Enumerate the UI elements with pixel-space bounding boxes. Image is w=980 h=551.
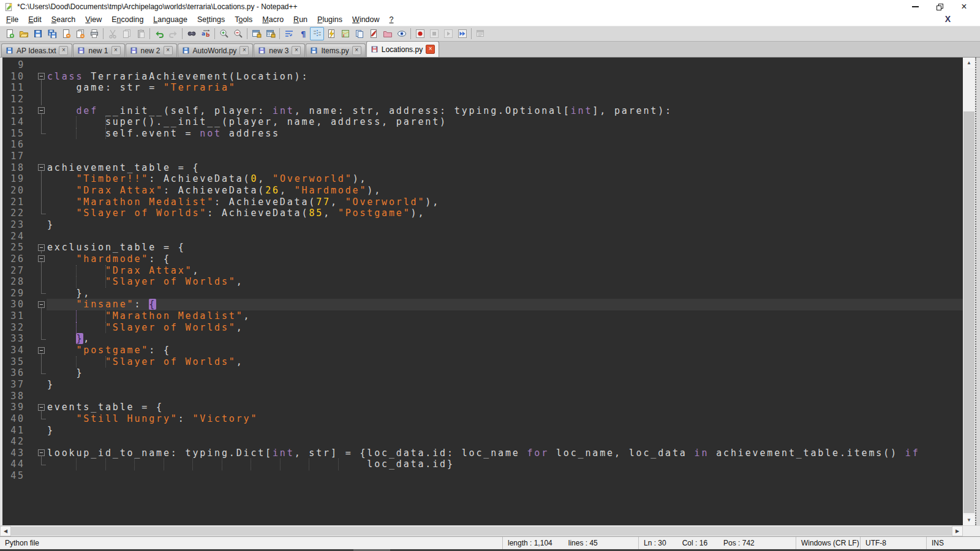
- macro-play-button[interactable]: [441, 27, 455, 40]
- tab-close-icon[interactable]: ×: [426, 45, 435, 54]
- undo-button[interactable]: [152, 27, 166, 40]
- horizontal-scrollbar[interactable]: ◀ ▶: [0, 525, 980, 536]
- menu-macro[interactable]: Macro: [257, 14, 288, 25]
- close-button[interactable]: ×: [952, 0, 976, 13]
- fold-toggle[interactable]: [29, 71, 47, 83]
- tab-close-icon[interactable]: ×: [352, 46, 361, 55]
- code-text[interactable]: "Slayer of Worlds",: [47, 276, 963, 288]
- code-text[interactable]: "Slayer of Worlds",: [47, 322, 963, 334]
- code-text[interactable]: self.event = not address: [47, 128, 963, 140]
- tab-close-icon[interactable]: ×: [59, 46, 68, 55]
- tab-close-icon[interactable]: ×: [111, 46, 121, 55]
- edit-marker-button[interactable]: [366, 27, 380, 40]
- code-text[interactable]: achievement_table = {: [47, 162, 963, 174]
- code-text[interactable]: "Drax Attax": AchieveData(26, "Hardmode"…: [47, 185, 963, 197]
- tab-items-py[interactable]: Items.py×: [306, 43, 365, 57]
- code-text[interactable]: exclusion_table = {: [47, 242, 963, 253]
- code-text[interactable]: "Slayer of Worlds",: [47, 356, 963, 368]
- open-file-button[interactable]: [17, 27, 31, 40]
- code-text[interactable]: [47, 151, 963, 162]
- fold-toggle[interactable]: [29, 162, 47, 174]
- menu-language[interactable]: Language: [148, 14, 192, 25]
- new-file-button[interactable]: [2, 27, 17, 40]
- code-text[interactable]: [47, 139, 963, 151]
- close-document-button[interactable]: X: [945, 14, 951, 24]
- menu-run[interactable]: Run: [288, 14, 312, 25]
- tab-locations-py[interactable]: Locations.py×: [366, 41, 439, 57]
- fold-collapse-icon[interactable]: [38, 164, 45, 171]
- menu-plugins[interactable]: Plugins: [312, 14, 347, 25]
- code-text[interactable]: [47, 231, 963, 242]
- code-text[interactable]: },: [47, 333, 963, 345]
- tab-ap-ideas-txt[interactable]: AP Ideas.txt×: [1, 43, 72, 57]
- zoom-in-button[interactable]: [217, 27, 231, 40]
- code-text[interactable]: }: [47, 219, 963, 231]
- code-text[interactable]: [47, 436, 963, 448]
- macro-record-button[interactable]: [413, 27, 427, 40]
- function-list-button[interactable]: [324, 27, 338, 40]
- fold-toggle[interactable]: [29, 448, 47, 459]
- menu-search[interactable]: Search: [47, 14, 81, 25]
- vertical-scrollbar[interactable]: ▲ ▼: [963, 58, 975, 525]
- word-wrap-button[interactable]: [282, 27, 296, 40]
- code-text[interactable]: "Marathon Medalist": AchieveData(77, "Ov…: [47, 197, 963, 208]
- fold-collapse-icon[interactable]: [38, 255, 45, 262]
- menu-settings[interactable]: Settings: [192, 14, 230, 25]
- code-text[interactable]: "Still Hungry": "Victory": [47, 413, 963, 425]
- minimize-button[interactable]: [903, 0, 927, 13]
- code-text[interactable]: }: [47, 367, 963, 379]
- code-text[interactable]: [47, 391, 963, 402]
- menu-tools[interactable]: Tools: [230, 14, 257, 25]
- fold-toggle[interactable]: [29, 253, 47, 265]
- menu-file[interactable]: File: [1, 14, 23, 25]
- menu-edit[interactable]: Edit: [23, 14, 47, 25]
- code-text[interactable]: lookup_id_to_name: typing.Dict[int, str]…: [47, 448, 963, 459]
- fold-toggle[interactable]: [29, 299, 47, 310]
- code-text[interactable]: "Marathon Medalist",: [47, 310, 963, 322]
- folder-as-workspace-button[interactable]: [380, 27, 394, 40]
- code-text[interactable]: }: [47, 379, 963, 391]
- scroll-up-arrow[interactable]: ▲: [963, 58, 975, 68]
- menu-view[interactable]: View: [80, 14, 107, 25]
- code-text[interactable]: "Drax Attax",: [47, 265, 963, 277]
- document-list-button[interactable]: [352, 27, 366, 40]
- fold-collapse-icon[interactable]: [38, 347, 45, 354]
- menu-window[interactable]: Window: [347, 14, 384, 25]
- menu-[interactable]: ?: [385, 14, 399, 25]
- close-all-docs-button[interactable]: [73, 27, 87, 40]
- save-button[interactable]: [31, 27, 45, 40]
- code-text[interactable]: [47, 470, 963, 482]
- tab-new-1[interactable]: new 1×: [73, 43, 124, 57]
- close-doc-button[interactable]: [59, 27, 73, 40]
- fold-collapse-icon[interactable]: [38, 404, 45, 411]
- replace-button[interactable]: ab: [198, 27, 213, 40]
- show-all-characters-button[interactable]: ¶: [296, 27, 310, 40]
- zoom-out-button[interactable]: [231, 27, 245, 40]
- code-text[interactable]: def __init__(self, player: int, name: st…: [47, 105, 963, 117]
- fold-toggle[interactable]: [29, 242, 47, 253]
- code-text[interactable]: events_table = {: [47, 402, 963, 413]
- cut-button[interactable]: [105, 27, 119, 40]
- tab-autoworld-py[interactable]: AutoWorld.py×: [178, 43, 254, 57]
- sync-horizontal-button[interactable]: [263, 27, 277, 40]
- fold-toggle[interactable]: [29, 345, 47, 356]
- code-text[interactable]: }: [47, 425, 963, 437]
- code-text[interactable]: class TerrariaAchievement(Location):: [47, 71, 963, 83]
- fold-toggle[interactable]: [29, 402, 47, 413]
- code-text[interactable]: "postgame": {: [47, 345, 963, 356]
- indent-guide-button[interactable]: [310, 27, 324, 40]
- fold-collapse-icon[interactable]: [38, 301, 45, 308]
- tab-close-icon[interactable]: ×: [239, 46, 249, 55]
- find-button[interactable]: [184, 27, 198, 40]
- tab-new-3[interactable]: new 3×: [254, 43, 305, 57]
- code-text[interactable]: game: str = "Terraria": [47, 82, 963, 94]
- paste-button[interactable]: [134, 27, 148, 40]
- macro-run-multiple-button[interactable]: [455, 27, 469, 40]
- macro-stop-button[interactable]: [427, 27, 441, 40]
- redo-button[interactable]: [166, 27, 180, 40]
- code-text[interactable]: },: [47, 288, 963, 299]
- code-text[interactable]: "Slayer of Worlds": AchieveData(85, "Pos…: [47, 208, 963, 219]
- macro-save-button[interactable]: [473, 27, 488, 40]
- fold-toggle[interactable]: [29, 105, 47, 117]
- code-text[interactable]: [47, 94, 963, 105]
